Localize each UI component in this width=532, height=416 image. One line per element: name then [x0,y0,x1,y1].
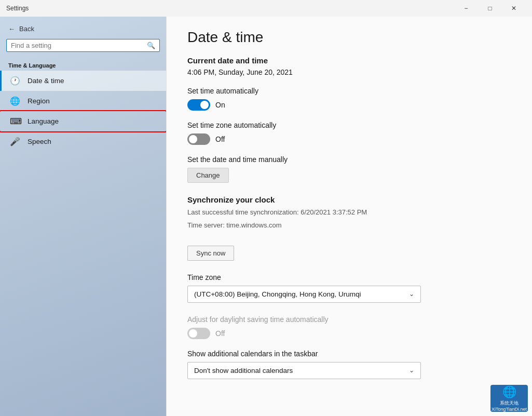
set-timezone-auto-toggle[interactable] [187,133,210,145]
toggle-thumb [189,135,197,143]
globe-icon: 🌐 [10,96,20,106]
timezone-dropdown[interactable]: (UTC+08:00) Beijing, Chongqing, Hong Kon… [187,286,421,303]
sidebar: ← Back 🔍 Time & Language 🕐 Date & time 🌐… [0,17,166,416]
watermark-globe-icon: 🌐 [502,385,516,399]
sidebar-item-label: Region [28,97,50,105]
window-controls: − □ ✕ [454,0,526,17]
sync-section-heading: Synchronize your clock [187,195,511,204]
sync-section: Synchronize your clock Last successful t… [187,195,511,231]
microphone-icon: 🎤 [10,137,20,146]
daylight-state: Off [215,329,225,338]
content-area: Date & time Current date and time 4:06 P… [166,17,532,416]
set-manual-label: Set the date and time manually [187,155,511,164]
set-timezone-auto-label: Set time zone automatically [187,121,511,129]
timezone-label: Time zone [187,273,511,281]
sync-info-line1: Last successful time synchronization: 6/… [187,207,511,218]
search-input[interactable] [11,42,144,49]
chevron-down-icon: ⌄ [409,290,414,298]
watermark-line2: XiTongTianDi.net [492,407,527,412]
sidebar-item-date-time[interactable]: 🕐 Date & time [0,71,166,91]
daylight-label: Adjust for daylight saving time automati… [187,315,511,324]
app-body: ← Back 🔍 Time & Language 🕐 Date & time 🌐… [0,17,532,416]
app-title: Settings [6,5,454,12]
back-button[interactable]: ← Back [0,21,166,37]
page-title: Date & time [187,29,511,46]
toggle-thumb [189,329,197,338]
set-time-auto-state: On [215,101,225,109]
toggle-thumb [200,101,209,109]
additional-calendars-label: Show additional calendars in the taskbar [187,350,511,358]
set-time-auto-label: Set time automatically [187,87,511,95]
search-box[interactable]: 🔍 [6,39,160,52]
minimize-button[interactable]: − [454,0,478,17]
sidebar-section-title: Time & Language [0,58,166,71]
search-icon: 🔍 [147,42,155,49]
close-button[interactable]: ✕ [502,0,526,17]
sidebar-item-region[interactable]: 🌐 Region [0,91,166,111]
watermark: 🌐 系统天地 XiTongTianDi.net [490,385,528,412]
sidebar-item-label: Date & time [28,77,64,85]
back-label: Back [19,25,34,33]
daylight-toggle-row: Off [187,328,511,339]
timezone-value: (UTC+08:00) Beijing, Chongqing, Hong Kon… [194,290,361,298]
change-button[interactable]: Change [187,168,229,183]
back-arrow-icon: ← [8,25,15,33]
keyboard-icon: ⌨ [10,116,20,126]
sidebar-item-label: Language [28,117,59,125]
sync-now-button[interactable]: Sync now [187,246,234,261]
additional-calendars-dropdown[interactable]: Don't show additional calendars ⌄ [187,362,421,379]
clock-icon: 🕐 [10,76,20,86]
set-timezone-auto-toggle-row: Off [187,133,511,145]
sidebar-item-speech[interactable]: 🎤 Speech [0,131,166,152]
titlebar: Settings − □ ✕ [0,0,532,17]
sidebar-item-language[interactable]: ⌨ Language [0,111,166,131]
restore-button[interactable]: □ [478,0,502,17]
set-timezone-auto-state: Off [215,135,225,143]
set-time-auto-toggle[interactable] [187,99,210,111]
additional-calendars-value: Don't show additional calendars [194,367,293,374]
current-date-section-heading: Current date and time [187,56,511,65]
watermark-line1: 系统天地 [500,400,519,407]
chevron-down-icon: ⌄ [409,367,414,374]
daylight-toggle [187,328,210,339]
sync-info-line2: Time server: time.windows.com [187,220,511,231]
set-time-auto-toggle-row: On [187,99,511,111]
current-datetime-value: 4:06 PM, Sunday, June 20, 2021 [187,68,511,76]
sidebar-item-label: Speech [28,138,51,145]
